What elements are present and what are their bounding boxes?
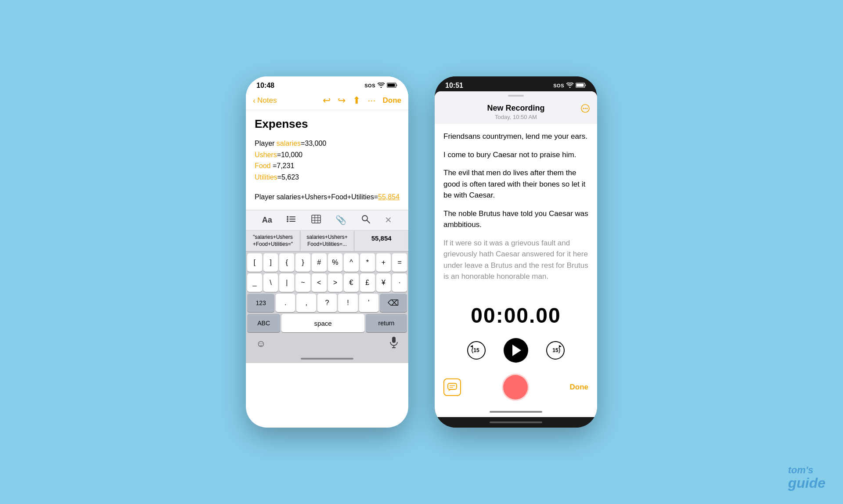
back-button-phone1[interactable]: ‹ Notes (253, 96, 277, 105)
emoji-button[interactable]: ☺ (256, 338, 266, 349)
svg-line-14 (367, 220, 370, 223)
key-plus[interactable]: + (376, 253, 391, 272)
skip-back-button[interactable]: 15 (467, 341, 486, 360)
skip-forward-button[interactable]: 15 (546, 341, 565, 360)
key-asterisk[interactable]: * (360, 253, 375, 272)
transcript-para-5: If it were so it was a grievous fault an… (443, 238, 588, 282)
key-space[interactable]: space (281, 314, 364, 332)
record-inner (505, 377, 526, 398)
svg-point-23 (587, 108, 588, 109)
nav-actions: ↩ ↪ ⬆ ··· Done (323, 95, 401, 106)
autocomplete-item-3[interactable]: 55,854 (354, 230, 408, 251)
key-tilde[interactable]: ~ (295, 274, 310, 292)
key-abc[interactable]: ABC (247, 314, 280, 332)
key-question[interactable]: ? (317, 294, 337, 312)
phone-notes: 10:48 SOS (246, 76, 408, 428)
status-icons-phone2: SOS (553, 82, 587, 89)
svg-rect-5 (289, 219, 295, 220)
list-format-button[interactable] (287, 215, 296, 225)
key-caret[interactable]: ^ (344, 253, 359, 272)
record-button[interactable] (503, 375, 528, 400)
back-label[interactable]: Notes (257, 96, 277, 105)
key-less-than[interactable]: < (312, 274, 327, 292)
recording-header: New Recording Today, 10:50 AM (435, 98, 597, 124)
back-chevron-icon: ‹ (253, 96, 256, 105)
key-period[interactable]: . (276, 294, 295, 312)
svg-point-4 (287, 218, 288, 220)
recording-footer: Done (435, 370, 597, 407)
note-line-2: Ushers=10,000 (255, 149, 400, 161)
svg-point-2 (287, 216, 288, 218)
home-bar (301, 358, 353, 360)
done-button-nav[interactable]: Done (383, 96, 402, 105)
key-pipe[interactable]: | (279, 274, 294, 292)
key-123[interactable]: 123 (247, 294, 274, 312)
note-line-1: Player salaries=33,000 (255, 138, 400, 149)
svg-point-6 (287, 220, 288, 222)
transcript-area: Friendsans countrymen, lend me your ears… (435, 124, 597, 295)
search-in-note-button[interactable] (361, 215, 370, 226)
key-comma[interactable]: , (296, 294, 316, 312)
recording-date: Today, 10:50 AM (442, 114, 590, 120)
transcript-para-1: Friendsans countrymen, lend me your ears… (443, 131, 588, 142)
redo-button[interactable]: ↪ (338, 95, 346, 106)
home-bar-2 (490, 411, 542, 413)
svg-rect-7 (289, 221, 295, 222)
key-dot[interactable]: · (392, 274, 407, 292)
text-format-button[interactable]: Aa (262, 216, 272, 225)
key-percent[interactable]: % (328, 253, 343, 272)
svg-rect-1 (388, 83, 395, 86)
note-line-4: Utilities=5,623 (255, 172, 400, 183)
toms-guide-watermark: tom's guide (788, 465, 825, 491)
note-line-3: Food =7,231 (255, 160, 400, 172)
svg-rect-28 (448, 383, 457, 389)
svg-text:15: 15 (473, 347, 479, 353)
sos-label-phone2: SOS (553, 83, 564, 88)
key-yen[interactable]: ¥ (376, 274, 391, 292)
time-phone2: 10:51 (445, 82, 463, 90)
key-equals[interactable]: = (392, 253, 407, 272)
mic-button[interactable] (389, 337, 398, 351)
done-button-recording[interactable]: Done (570, 383, 589, 392)
more-button[interactable]: ··· (367, 95, 375, 106)
key-return[interactable]: return (366, 314, 407, 332)
share-button[interactable]: ⬆ (353, 95, 360, 106)
timer-text: 00:00.00 (435, 303, 597, 328)
transcript-button[interactable] (443, 378, 461, 396)
recording-title: New Recording (442, 104, 590, 113)
close-keyboard-button[interactable]: ✕ (385, 215, 392, 225)
play-button[interactable] (504, 338, 528, 363)
key-pound[interactable]: £ (360, 274, 375, 292)
time-phone1: 10:48 (256, 82, 274, 90)
key-backslash[interactable]: \ (263, 274, 278, 292)
table-button[interactable] (311, 215, 321, 226)
key-euro[interactable]: € (344, 274, 359, 292)
keyboard: [ ] { } # % ^ * + = _ \ | ~ < > € £ ¥ (246, 252, 408, 363)
recording-more-button[interactable] (580, 104, 590, 115)
home-indicator-phone1 (247, 354, 407, 363)
key-close-brace[interactable]: } (295, 253, 310, 272)
key-apostrophe[interactable]: ' (359, 294, 378, 312)
key-exclamation[interactable]: ! (338, 294, 357, 312)
undo-button[interactable]: ↩ (323, 95, 331, 106)
key-open-brace[interactable]: { (279, 253, 294, 272)
key-greater-than[interactable]: > (328, 274, 343, 292)
transcript-para-3: The evil that men do lives after them th… (443, 167, 588, 201)
nav-bar-phone1: ‹ Notes ↩ ↪ ⬆ ··· Done (246, 91, 408, 110)
sos-label-phone1: SOS (364, 83, 375, 88)
key-close-bracket[interactable]: ] (263, 253, 278, 272)
autocomplete-item-2[interactable]: salaries+Ushers+Food+Utilities=... (300, 230, 355, 251)
svg-rect-3 (289, 216, 295, 217)
svg-rect-15 (392, 337, 396, 343)
svg-rect-19 (576, 83, 584, 86)
timer-display: 00:00.00 (435, 295, 597, 335)
key-delete[interactable]: ⌫ (380, 294, 407, 312)
key-hash[interactable]: # (312, 253, 327, 272)
battery-icon-phone1 (387, 83, 398, 89)
transcript-para-2: I come to bury Caesar not to praise him. (443, 149, 588, 161)
keyboard-bottom-bar: ☺ (247, 334, 407, 354)
attachment-button[interactable]: 📎 (335, 215, 346, 225)
autocomplete-item-1[interactable]: "salaries+Ushers+Food+Utilities=" (246, 230, 300, 251)
key-open-bracket[interactable]: [ (247, 253, 262, 272)
key-underscore[interactable]: _ (247, 274, 262, 292)
